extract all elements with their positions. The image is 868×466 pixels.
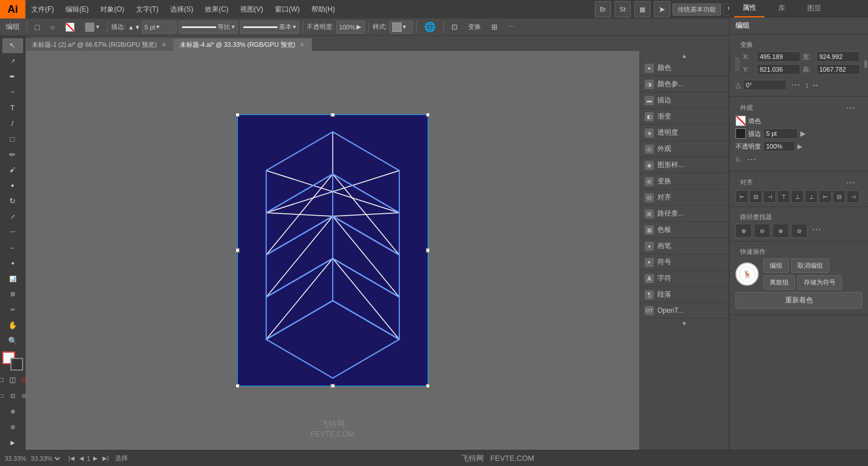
distribute-center-h[interactable]: ⊟ <box>833 190 845 203</box>
menu-select[interactable]: 选择(S) <box>164 0 199 19</box>
menu-window[interactable]: 窗口(W) <box>269 0 306 19</box>
panel-color[interactable]: ● 颜色 <box>640 60 729 76</box>
fill-stroke-indicator[interactable] <box>2 352 23 371</box>
panel-transparency[interactable]: ◈ 透明度 <box>640 125 729 141</box>
w-input[interactable] <box>816 51 860 62</box>
menu-object[interactable]: 对象(O) <box>94 0 130 19</box>
extra-tool[interactable]: ▶ <box>2 435 23 450</box>
blob-brush-tool[interactable]: ● <box>2 178 23 193</box>
lock-proportions-btn[interactable]: ⛓ <box>863 60 868 69</box>
menu-edit[interactable]: 编辑(E) <box>60 0 94 19</box>
pathfinder-minus-front[interactable]: ⊖ <box>754 224 770 238</box>
pathfinder-more-btn[interactable]: ⋯ <box>810 224 823 238</box>
place-tool[interactable]: ⊕ <box>2 404 23 419</box>
style-dropdown[interactable]: ▾ <box>389 21 413 34</box>
opacity-input[interactable] <box>763 141 795 151</box>
fill-color-btn[interactable]: ▾ <box>81 21 104 34</box>
release-btn[interactable]: 离散组 <box>763 275 795 290</box>
align-left-edges[interactable]: ⊢ <box>735 190 748 203</box>
panel-pathfinder[interactable]: ⊠ 路径查... <box>640 206 729 222</box>
opacity-expand-btn[interactable]: ▶ <box>797 143 802 150</box>
curvature-tool[interactable]: ~ <box>2 85 23 100</box>
bridge-icon[interactable]: Br <box>595 1 611 17</box>
flip-v-icon[interactable]: ↕ <box>805 80 809 90</box>
stroke-color-btn[interactable] <box>61 21 79 34</box>
stroke-type-dropdown[interactable]: 等比 ▾ <box>179 21 238 34</box>
pencil-tool[interactable]: ✏ <box>2 147 23 162</box>
distribute-right[interactable]: ⊣ <box>847 190 859 203</box>
menu-text[interactable]: 文字(T) <box>130 0 164 19</box>
flip-h-icon[interactable]: ↔ <box>811 80 819 90</box>
circle-tool-btn[interactable]: ○ <box>46 21 58 34</box>
tab-properties[interactable]: 属性 <box>734 0 764 17</box>
menu-file[interactable]: 文件(F) <box>25 0 60 19</box>
recolor-btn[interactable]: 重新着色 <box>735 292 862 309</box>
y-input[interactable] <box>757 64 800 75</box>
tab-1[interactable]: 未标题-1 (2).ai* @ 66.67% (RGB/GPU 预览) ✕ <box>25 38 174 51</box>
search-artboard-tool[interactable]: ⊚ <box>2 419 23 434</box>
panel-symbols[interactable]: ✦ 符号 <box>640 254 729 271</box>
none-mode-btn[interactable]: ⊘ <box>19 372 29 387</box>
transform-more-btn[interactable]: ⋯ <box>789 79 803 90</box>
zoom-tool[interactable]: 🔍 <box>2 334 23 349</box>
pathfinder-intersect[interactable]: ⊗ <box>773 224 789 238</box>
paintbrush-tool[interactable]: 🖌 <box>2 162 23 177</box>
normal-mode-btn[interactable]: □ <box>0 372 7 387</box>
group-btn[interactable]: 编组 <box>763 258 789 273</box>
gradient-mode-btn[interactable]: ◫ <box>8 372 18 387</box>
panel-graphic-styles[interactable]: ◉ 图形样... <box>640 157 729 173</box>
distribute-left[interactable]: ⊢ <box>819 190 832 203</box>
fx-more-btn[interactable]: ⋯ <box>745 154 759 165</box>
tab-2-close[interactable]: ✕ <box>299 42 306 48</box>
hand-tool[interactable]: ✋ <box>2 318 23 333</box>
stock-icon[interactable]: St <box>615 1 631 17</box>
handle-bottom-right[interactable] <box>426 384 430 388</box>
screen-mode-3[interactable]: ⊙ <box>19 388 29 403</box>
handle-top-right[interactable] <box>426 113 430 117</box>
panel-align[interactable]: ⊟ 对齐 <box>640 190 729 206</box>
stroke-arrows[interactable]: ▲▼ <box>128 24 141 31</box>
type-tool[interactable]: T <box>2 101 23 116</box>
panel-paragraph[interactable]: ¶ 段落 <box>640 287 729 303</box>
scroll-up-btn[interactable]: ▲ <box>640 51 729 60</box>
prev-artboard-btn[interactable]: ◀ <box>78 454 86 462</box>
tab-library[interactable]: 库 <box>770 0 793 17</box>
panel-opentype[interactable]: OT OpenT... <box>640 303 729 319</box>
panel-brushes[interactable]: ♦ 画笔 <box>640 238 729 254</box>
handle-middle-left[interactable] <box>236 249 240 253</box>
last-artboard-btn[interactable]: ▶| <box>101 454 111 462</box>
menu-view[interactable]: 视图(V) <box>234 0 269 19</box>
globe-icon[interactable]: 🌐 <box>420 20 440 34</box>
appearance-more-btn[interactable]: ⋯ <box>844 102 858 113</box>
symbol-sprayer-tool[interactable]: ✦ <box>2 256 23 271</box>
menu-help[interactable]: 帮助(H) <box>306 0 341 19</box>
handle-top-middle[interactable] <box>330 113 334 117</box>
column-graph-tool[interactable]: 📊 <box>2 271 23 286</box>
align-top-edges[interactable]: ⊤ <box>777 190 790 203</box>
ungroup-btn[interactable]: 取消编组 <box>791 258 829 273</box>
more-btn[interactable]: ⋯ <box>504 21 518 32</box>
zoom-select[interactable]: 33.33% 50% 66.67% 100% <box>28 454 62 463</box>
artboard-tool[interactable]: ⊞ <box>2 287 23 302</box>
handle-top-left[interactable] <box>236 113 240 117</box>
stroke-swatch[interactable] <box>735 128 746 139</box>
tab-2[interactable]: 未标题-4.ai* @ 33.33% (RGB/GPU 预览) ✕ <box>174 38 312 51</box>
rotate-tool[interactable]: ↻ <box>2 194 23 209</box>
tab-layers[interactable]: 图层 <box>799 0 829 17</box>
width-tool[interactable]: ↔ <box>2 240 23 255</box>
stroke-value-dropdown[interactable]: 5 pt ▾ <box>142 21 176 34</box>
send-icon[interactable]: ➤ <box>654 1 670 17</box>
rectangle-shape-tool[interactable]: □ <box>2 131 23 146</box>
first-artboard-btn[interactable]: |◀ <box>67 454 76 462</box>
slice-tool[interactable]: ✂ <box>2 302 23 317</box>
bbox-icon[interactable]: ⊡ <box>447 21 462 33</box>
workspace-button[interactable]: 传统基本功能 <box>672 3 721 16</box>
grid-icon[interactable]: ▦ <box>634 1 650 17</box>
align-horizontal-center[interactable]: ⊟ <box>749 190 762 203</box>
align-vertical-center[interactable]: ⊥ <box>791 190 804 203</box>
screen-mode-1[interactable]: □ <box>0 388 7 403</box>
scroll-down-btn[interactable]: ▼ <box>640 319 729 328</box>
panel-gradient[interactable]: ◧ 渐变 <box>640 109 729 125</box>
screen-mode-2[interactable]: ⊡ <box>8 388 18 403</box>
panel-transform[interactable]: ⊞ 变换 <box>640 173 729 190</box>
